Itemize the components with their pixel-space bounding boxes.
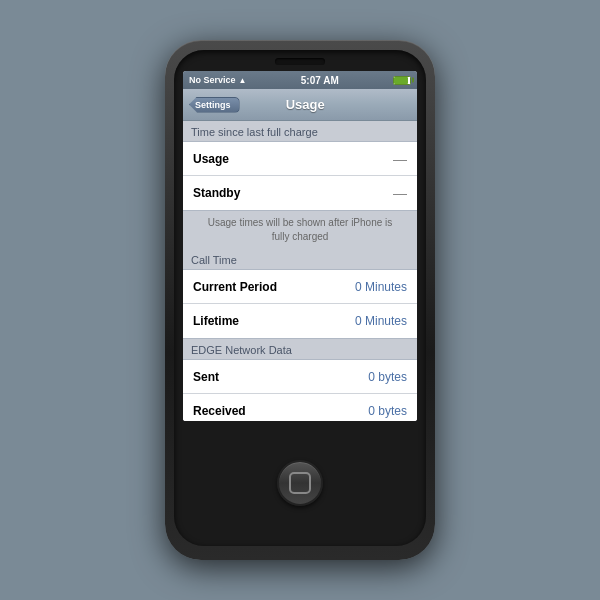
- battery-fill: [394, 77, 408, 84]
- table-row: Current Period 0 Minutes: [183, 270, 417, 304]
- status-bar: No Service ▲ 5:07 AM: [183, 71, 417, 89]
- wifi-icon: ▲: [239, 76, 247, 85]
- received-label: Received: [193, 404, 246, 418]
- content-area: Time since last full charge Usage — Stan…: [183, 121, 417, 421]
- home-area: [277, 429, 323, 536]
- section-header-charge: Time since last full charge: [183, 121, 417, 141]
- lifetime-label: Lifetime: [193, 314, 239, 328]
- table-row: Standby —: [183, 176, 417, 210]
- table-section-charge: Usage — Standby —: [183, 141, 417, 211]
- section-header-call: Call Time: [183, 249, 417, 269]
- usage-value: —: [393, 151, 407, 167]
- received-value: 0 bytes: [368, 404, 407, 418]
- nav-title: Usage: [240, 97, 371, 112]
- screen: No Service ▲ 5:07 AM Settings Usage: [183, 71, 417, 421]
- standby-value: —: [393, 185, 407, 201]
- speaker: [275, 58, 325, 65]
- phone-frame: No Service ▲ 5:07 AM Settings Usage: [165, 40, 435, 560]
- table-section-edge: Sent 0 bytes Received 0 bytes: [183, 359, 417, 421]
- back-label: Settings: [195, 100, 231, 110]
- time-display: 5:07 AM: [301, 75, 339, 86]
- table-row: Usage —: [183, 142, 417, 176]
- battery-area: [393, 76, 411, 85]
- lifetime-value: 0 Minutes: [355, 314, 407, 328]
- table-row: Received 0 bytes: [183, 394, 417, 421]
- sent-label: Sent: [193, 370, 219, 384]
- sent-value: 0 bytes: [368, 370, 407, 384]
- nav-bar: Settings Usage: [183, 89, 417, 121]
- phone-inner: No Service ▲ 5:07 AM Settings Usage: [174, 50, 426, 546]
- home-button[interactable]: [277, 460, 323, 506]
- standby-label: Standby: [193, 186, 240, 200]
- back-button[interactable]: Settings: [189, 97, 240, 113]
- home-icon: [289, 472, 311, 494]
- current-period-value: 0 Minutes: [355, 280, 407, 294]
- usage-label: Usage: [193, 152, 229, 166]
- table-row: Lifetime 0 Minutes: [183, 304, 417, 338]
- charge-note: Usage times will be shown after iPhone i…: [183, 211, 417, 249]
- battery-icon: [393, 76, 411, 85]
- table-section-call: Current Period 0 Minutes Lifetime 0 Minu…: [183, 269, 417, 339]
- current-period-label: Current Period: [193, 280, 277, 294]
- carrier-label: No Service: [189, 75, 236, 85]
- carrier-info: No Service ▲: [189, 75, 246, 85]
- section-header-edge: EDGE Network Data: [183, 339, 417, 359]
- table-row: Sent 0 bytes: [183, 360, 417, 394]
